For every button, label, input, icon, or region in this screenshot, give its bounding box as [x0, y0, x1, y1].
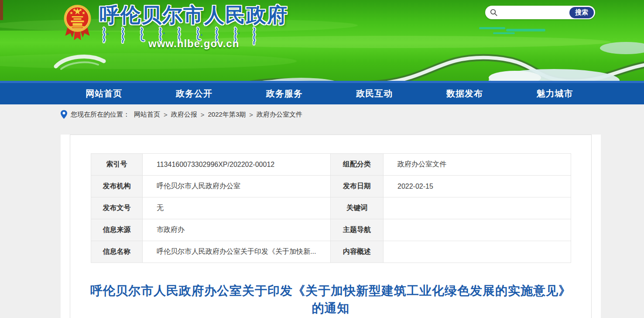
breadcrumb-separator: >: [249, 111, 253, 118]
table-row: 发布机构 呼伦贝尔市人民政府办公室 发布日期 2022-02-15: [91, 176, 571, 197]
meta-label-index: 索引号: [91, 154, 143, 176]
meta-value-keywords: [384, 197, 571, 219]
meta-value-category: 政府办公室文件: [384, 154, 571, 176]
document-meta-table: 索引号 1134160073302996XP/202202-00012 组配分类…: [91, 153, 571, 263]
breadcrumb-separator: >: [201, 111, 205, 118]
breadcrumb-bar: 您现在所在的位置： 网站首页 > 政府公报 > 2022年第3期 > 政府办公室…: [0, 104, 644, 124]
meta-value-name: 呼伦贝尔市人民政府办公室关于印发《关于加快新...: [143, 241, 331, 263]
national-emblem-logo: [61, 3, 94, 45]
meta-label-name: 信息名称: [91, 241, 143, 263]
meta-value-date: 2022-02-15: [384, 176, 571, 197]
meta-label-category: 组配分类: [331, 154, 384, 176]
site-url: www.hlbe.gov.cn: [148, 38, 239, 50]
meta-label-topic: 主题导航: [331, 219, 384, 241]
location-pin-icon: [61, 110, 67, 119]
document-title: 呼伦贝尔市人民政府办公室关于印发《关于加快新型建筑工业化绿色发展的实施意见》的通…: [90, 282, 572, 317]
nav-item-home[interactable]: 网站首页: [86, 88, 122, 100]
article-container: 索引号 1134160073302996XP/202202-00012 组配分类…: [70, 135, 592, 318]
breadcrumb-item-home[interactable]: 网站首页: [134, 111, 160, 119]
search-button[interactable]: 搜索: [569, 7, 594, 18]
search-bar[interactable]: 搜索: [485, 6, 595, 19]
nav-item-city[interactable]: 魅力城市: [537, 88, 573, 100]
meta-label-keywords: 关键词: [331, 197, 384, 219]
breadcrumb-item-gazette[interactable]: 政府公报: [171, 111, 197, 119]
table-row: 索引号 1134160073302996XP/202202-00012 组配分类…: [91, 154, 571, 176]
meta-value-docnum: 无: [143, 197, 331, 219]
meta-label-agency: 发布机构: [91, 176, 143, 197]
meta-value-agency: 呼伦贝尔市人民政府办公室: [143, 176, 331, 197]
nav-item-gov-service[interactable]: 政务服务: [266, 88, 303, 100]
nav-item-data[interactable]: 数据发布: [446, 88, 483, 100]
table-row: 信息来源 市政府办 主题导航: [91, 219, 571, 241]
breadcrumb: 您现在所在的位置： 网站首页 > 政府公报 > 2022年第3期 > 政府办公室…: [61, 110, 304, 119]
meta-value-index: 1134160073302996XP/202202-00012: [143, 154, 331, 176]
nav-item-gov-info[interactable]: 政务公开: [176, 88, 212, 100]
breadcrumb-prefix: 您现在所在的位置：: [71, 111, 130, 119]
nav-item-interaction[interactable]: 政民互动: [356, 88, 393, 100]
meta-value-topic: [384, 219, 571, 241]
table-row: 发布文号 无 关键词: [91, 197, 571, 219]
main-nav: 网站首页 政务公开 政务服务 政民互动 数据发布 魅力城市: [0, 82, 644, 104]
meta-label-summary: 内容概述: [331, 241, 384, 263]
search-input[interactable]: [500, 7, 570, 18]
breadcrumb-item-docs[interactable]: 政府办公室文件: [257, 111, 302, 119]
meta-value-source: 市政府办: [143, 219, 331, 241]
meta-label-docnum: 发布文号: [91, 197, 143, 219]
search-icon: [490, 8, 498, 17]
breadcrumb-separator: >: [164, 111, 168, 118]
meta-value-summary: [384, 241, 571, 263]
meta-label-source: 信息来源: [91, 219, 143, 241]
content-card: 索引号 1134160073302996XP/202202-00012 组配分类…: [61, 135, 601, 318]
table-row: 信息名称 呼伦贝尔市人民政府办公室关于印发《关于加快新... 内容概述: [91, 241, 571, 263]
site-title: 呼伦贝尔市人民政府: [99, 2, 361, 29]
header-banner: 呼伦贝尔市人民政府: [0, 0, 644, 82]
meta-label-date: 发布日期: [331, 176, 384, 197]
breadcrumb-item-issue[interactable]: 2022年第3期: [208, 111, 246, 119]
